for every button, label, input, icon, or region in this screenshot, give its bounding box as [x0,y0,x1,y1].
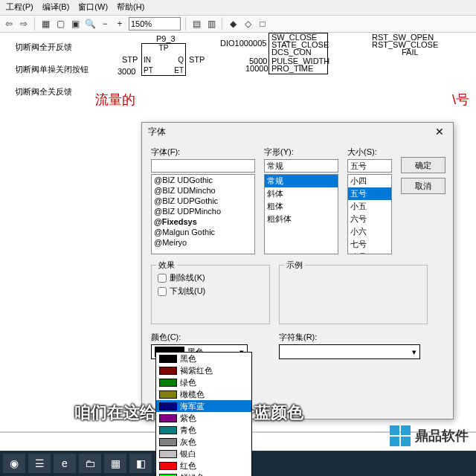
font-option[interactable]: @BIZ UDPGothic [152,196,254,206]
menubar: 工程(P) 编译(B) 窗口(W) 帮助(H) [0,0,476,15]
block-title: P9_3 [156,34,176,43]
back-icon[interactable]: ⇦ [3,18,15,30]
color-option[interactable]: 海军蓝 [156,400,251,412]
tool2-icon[interactable]: ▥ [205,18,217,30]
menu-project[interactable]: 工程(P) [6,1,33,13]
size-option[interactable]: 小六 [348,225,391,238]
font-option[interactable]: @Fixedsys [152,216,254,227]
font-dialog: 字体 ✕ 字体(F): @BIZ UDGothic@BIZ UDMincho@B… [141,122,454,419]
start-icon[interactable]: ◉ [3,454,25,473]
di-label: DIO1000005 [220,39,266,48]
close-icon[interactable]: ✕ [435,126,447,138]
style-option[interactable]: 粗体 [265,200,338,213]
grid-icon[interactable]: ▦ [39,18,51,30]
toolbar: ⇦ ⇨ ▦ ▢ ▣ 🔍 − + ▤ ▥ ◆ ◇ □ [0,15,476,33]
forward-icon[interactable]: ⇨ [18,18,30,30]
color-option[interactable]: 灰色 [156,436,251,448]
tp-label: TP [142,44,185,52]
n10000: 10000 [245,64,268,73]
menu-help[interactable]: 帮助(H) [117,1,144,13]
zoom-in-icon[interactable]: + [114,18,126,30]
color-option[interactable]: 红色 [156,460,251,472]
style-option[interactable]: 常规 [265,175,338,187]
et-port: ET [174,66,184,74]
tool3-icon[interactable]: ◆ [227,18,239,30]
effects-title: 效果 [156,260,177,271]
size-option[interactable]: 八号 [348,251,391,254]
size-option[interactable]: 六号 [348,213,391,225]
in-port: IN [144,56,151,64]
size-input[interactable] [347,159,392,173]
app2-icon[interactable]: ◧ [129,454,152,473]
canvas: 切断阀全开反馈 切断阀单操关闭按钮 切断阀全关反馈 P9_3 TP IN Q P… [0,33,476,434]
strike-checkbox[interactable]: 删除线(K) [158,272,263,283]
tool1-icon[interactable]: ▤ [190,18,202,30]
font-label: 字体(F): [151,147,255,158]
color-option[interactable]: 褐紫红色 [156,364,251,376]
sample-title: 示例 [284,260,305,271]
tool4-icon[interactable]: ◇ [242,18,254,30]
style-input[interactable] [264,159,338,173]
charset-select[interactable]: ▾ [279,344,420,359]
size-option[interactable]: 小四 [348,175,391,187]
style-label: 字形(Y): [264,147,338,158]
ok-button[interactable]: 确定 [401,157,446,173]
dialog-title: 字体 [148,126,166,138]
size-listbox[interactable]: 小四五号小五六号小六七号八号 [347,174,392,254]
style-listbox[interactable]: 常规斜体粗体粗斜体 [264,174,338,254]
chevron-down-icon: ▾ [409,347,419,357]
app1-icon[interactable]: ▦ [104,454,126,473]
folder-icon[interactable]: 🗀 [79,454,101,473]
task-icon[interactable]: ☰ [28,454,51,473]
menu-edit[interactable]: 编译(B) [42,1,70,13]
dcs-con: DCS_CON [271,48,312,57]
menu-window[interactable]: 窗口(W) [78,1,108,13]
tool5-icon[interactable]: □ [257,18,268,30]
zoom-select[interactable] [129,17,181,30]
font-option[interactable]: @Meiryo [152,237,254,248]
size-option[interactable]: 小五 [348,200,391,213]
function-block[interactable]: TP IN Q PT ET [141,43,186,76]
brand-logo: 鼎品软件 [390,425,469,446]
color-option[interactable]: 紫色 [156,412,251,424]
size-label: 大小(S): [347,147,392,158]
pt-port: PT [144,66,153,74]
label-t1: 切断阀全开反馈 [15,42,72,53]
font-option[interactable]: @BIZ UDMincho [152,185,254,196]
color-option[interactable]: 青色 [156,424,251,436]
edge-icon[interactable]: e [54,454,76,473]
pro-time: PRO_TIME [271,64,313,73]
fail: FAIL [402,48,419,57]
stp-right: STP [189,55,205,64]
color-dropdown[interactable]: 黑色褐紫红色绿色橄榄色海军蓝紫色青色灰色银白红色鲜绿色 [155,352,252,476]
n3000: 3000 [118,67,135,76]
font-input[interactable] [151,159,255,173]
underline-checkbox[interactable]: 下划线(U) [158,286,263,297]
doc2-icon[interactable]: ▣ [69,18,81,30]
doc-icon[interactable]: ▢ [54,18,66,30]
label-t3: 切断阀全关反馈 [15,86,72,97]
style-option[interactable]: 粗斜体 [265,213,338,225]
stp-left: STP [122,55,138,64]
cancel-button[interactable]: 取消 [401,178,446,194]
size-option[interactable]: 七号 [348,238,391,251]
font-option[interactable]: @Malgun Gothic [152,227,254,237]
charset-label: 字符集(R): [279,332,428,343]
color-option[interactable]: 鲜绿色 [156,472,251,476]
color-field-label: 颜色(C): [151,332,270,343]
style-option[interactable]: 斜体 [265,187,338,200]
font-option[interactable]: @BIZ UDPMincho [152,206,254,216]
color-option[interactable]: 橄榄色 [156,388,251,400]
q-port: Q [178,56,184,64]
zoom-out-icon[interactable]: − [99,18,111,30]
color-option[interactable]: 黑色 [156,353,251,364]
brand-text: 鼎品软件 [415,427,469,445]
overlay-left: 流量的 [95,91,135,109]
search-icon[interactable]: 🔍 [84,18,96,30]
size-option[interactable]: 五号 [348,187,391,200]
color-option[interactable]: 绿色 [156,376,251,388]
color-option[interactable]: 银白 [156,448,251,460]
font-listbox[interactable]: @BIZ UDGothic@BIZ UDMincho@BIZ UDPGothic… [151,174,255,254]
label-t2: 切断阀单操关闭按钮 [15,64,89,75]
font-option[interactable]: @BIZ UDGothic [152,175,254,185]
